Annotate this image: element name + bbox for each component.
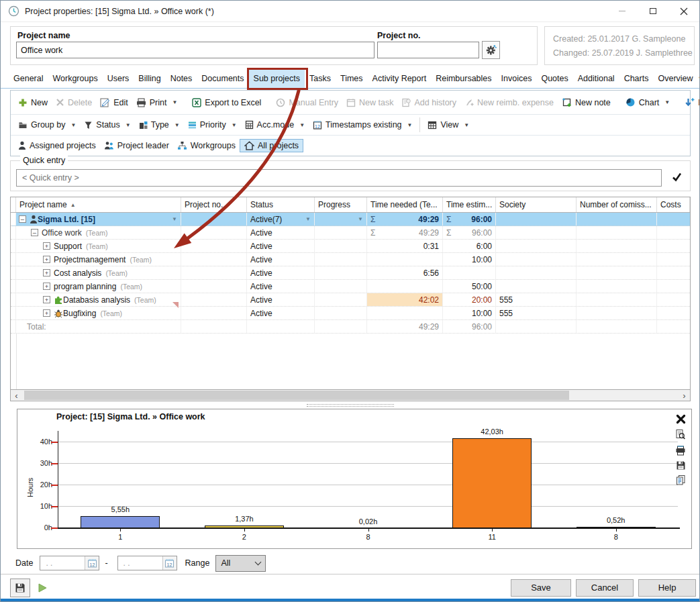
tab-additional[interactable]: Additional xyxy=(573,68,619,88)
column-header-time_estimated[interactable]: Time estim... xyxy=(443,197,496,212)
scrollbar-thumb[interactable] xyxy=(24,391,569,400)
expand-icon[interactable]: + xyxy=(43,256,50,263)
save-layout-button[interactable] xyxy=(10,579,30,597)
close-button[interactable] xyxy=(668,1,699,21)
expand-button[interactable]: Expand xyxy=(681,95,700,109)
cell-dropdown-icon[interactable]: ▼ xyxy=(358,216,363,222)
maximize-button[interactable] xyxy=(638,1,668,21)
new-note-button[interactable]: New note xyxy=(558,95,615,109)
expand-icon[interactable]: + xyxy=(43,309,50,317)
column-header-status[interactable]: Status xyxy=(247,197,315,212)
tab-billing[interactable]: Billing xyxy=(134,68,165,88)
run-button[interactable] xyxy=(32,579,52,597)
column-header-society[interactable]: Society xyxy=(496,197,577,212)
tab-documents[interactable]: Documents xyxy=(197,68,248,88)
timestamps-existing-button[interactable]: 12Timestamps existing▼ xyxy=(309,118,416,132)
column-header-costs[interactable]: Costs xyxy=(657,197,690,212)
column-header-project_no[interactable]: Project no. xyxy=(181,197,247,212)
project-leader-button[interactable]: Project leader xyxy=(100,139,173,152)
excel-icon xyxy=(192,98,201,107)
priority-button[interactable]: Priority▼ xyxy=(184,118,241,132)
workgroups-button[interactable]: Workgroups xyxy=(173,139,240,152)
view-button[interactable]: View▼ xyxy=(423,118,473,132)
collapse-icon[interactable]: – xyxy=(19,215,26,223)
tab-charts[interactable]: Charts xyxy=(619,68,654,88)
new-reimb-expense-button[interactable]: New reimb. expense xyxy=(460,96,558,109)
range-select[interactable]: All xyxy=(215,555,266,572)
table-row-bugfixing[interactable]: +Bugfixing(Team)Active10:00555 xyxy=(11,307,690,320)
tab-invoices[interactable]: Invoices xyxy=(497,68,537,88)
chart-button[interactable]: Chart▼ xyxy=(621,95,674,109)
table-row-databasis-analysis[interactable]: +Databasis analysis(Team)Active42:0220:0… xyxy=(11,293,690,307)
group-by-button[interactable]: Group by▼ xyxy=(14,118,80,132)
preview-chart-button[interactable] xyxy=(674,428,687,440)
tab-general[interactable]: General xyxy=(9,68,48,88)
tab-users[interactable]: Users xyxy=(103,68,134,88)
cell-dropdown-icon[interactable]: ▼ xyxy=(172,216,177,222)
export-to-excel-button[interactable]: Export to Excel xyxy=(188,96,265,109)
timestamps-existing-label: Timestamps existing xyxy=(326,120,401,130)
print-chart-button[interactable] xyxy=(674,444,687,456)
manual-entry-button[interactable]: Manual Entry xyxy=(272,96,342,109)
expand-icon[interactable]: + xyxy=(43,269,50,277)
tab-overview[interactable]: Overview xyxy=(653,68,697,88)
project-no-input[interactable] xyxy=(377,42,479,58)
table-row-support[interactable]: +Support(Team)Active0:316:00 xyxy=(11,240,690,253)
quick-entry-input[interactable] xyxy=(16,169,662,187)
close-chart-button[interactable] xyxy=(674,413,687,425)
column-header-time_needed[interactable]: Time needed (Te... xyxy=(367,197,443,212)
all-projects-button[interactable]: All projects xyxy=(240,139,303,152)
status-button[interactable]: Status▼ xyxy=(80,118,134,132)
save-button[interactable]: Save xyxy=(511,579,571,597)
expand-icon[interactable]: + xyxy=(43,283,50,290)
save-chart-button[interactable] xyxy=(674,459,687,471)
column-header-number_of_comissions[interactable]: Number of comiss... xyxy=(577,197,657,212)
delete-button[interactable]: Delete xyxy=(52,96,96,109)
expand-icon[interactable]: + xyxy=(43,296,50,303)
tab-notes[interactable]: Notes xyxy=(166,68,197,88)
tab-times[interactable]: Times xyxy=(336,68,368,88)
table-row-cost-analysis[interactable]: +Cost analysis(Team)Active6:56 xyxy=(11,266,690,280)
minimize-button[interactable] xyxy=(607,1,638,21)
add-history-button[interactable]: Add history xyxy=(397,96,460,109)
edit-button[interactable]: Edit xyxy=(96,95,132,109)
tab-sub-projects[interactable]: Sub projects xyxy=(249,68,305,88)
tab-quotes[interactable]: Quotes xyxy=(536,68,572,88)
table-row-program-planning[interactable]: +program planning(Team)Active50:00 xyxy=(11,280,690,293)
tab-workgroups[interactable]: Workgroups xyxy=(48,68,102,88)
column-header-gutter[interactable] xyxy=(11,197,16,212)
calendar-icon[interactable]: 12 xyxy=(85,556,99,570)
date-from-field[interactable]: . . 12 xyxy=(40,556,99,570)
tab-activity-report[interactable]: Activity Report xyxy=(368,68,432,88)
scroll-left-icon[interactable]: ‹ xyxy=(11,390,22,401)
calendar-icon[interactable]: 12 xyxy=(162,556,177,570)
copy-chart-button[interactable] xyxy=(674,474,687,486)
scroll-right-icon[interactable]: › xyxy=(679,390,690,401)
expand-icon[interactable]: + xyxy=(43,242,50,250)
project-no-settings-button[interactable] xyxy=(482,41,500,59)
acc-mode-button[interactable]: Acc.mode▼ xyxy=(241,118,309,132)
horizontal-scrollbar[interactable]: ‹ › xyxy=(10,390,691,401)
table-row-office-work[interactable]: –Office work(Team)ActiveΣ49:29Σ96:00 xyxy=(11,226,690,240)
tabs-overflow-button[interactable]: ▼ xyxy=(698,75,700,82)
tab-reimbursables[interactable]: Reimbursables xyxy=(431,68,496,88)
project-name-input[interactable] xyxy=(16,42,374,58)
person-icon xyxy=(18,141,26,150)
cancel-button[interactable]: Cancel xyxy=(576,579,634,597)
help-button[interactable]: Help xyxy=(638,579,696,597)
collapse-icon[interactable]: – xyxy=(31,229,38,236)
new-task-button[interactable]: New task xyxy=(342,96,397,109)
tab-tasks[interactable]: Tasks xyxy=(305,68,336,88)
checkmark-icon[interactable] xyxy=(672,172,682,185)
table-row-projectmanagement[interactable]: +Projectmanagement(Team)Active10:00 xyxy=(11,253,690,266)
column-header-name[interactable]: Project name▲ xyxy=(16,197,181,212)
date-to-field[interactable]: . . 12 xyxy=(117,556,177,570)
panel-splitter[interactable] xyxy=(1,403,699,408)
column-header-progress[interactable]: Progress xyxy=(315,197,367,212)
type-button[interactable]: Type▼ xyxy=(135,118,184,132)
table-row-sigma-ltd-15[interactable]: –Sigma Ltd. [15]▼Active(7)▼▼Σ49:29Σ96:00 xyxy=(11,213,690,226)
cell-dropdown-icon[interactable]: ▼ xyxy=(305,216,311,222)
assigned-projects-button[interactable]: Assigned projects xyxy=(14,139,100,152)
print-button[interactable]: Print▼ xyxy=(132,96,182,109)
new-button[interactable]: New xyxy=(14,96,52,109)
